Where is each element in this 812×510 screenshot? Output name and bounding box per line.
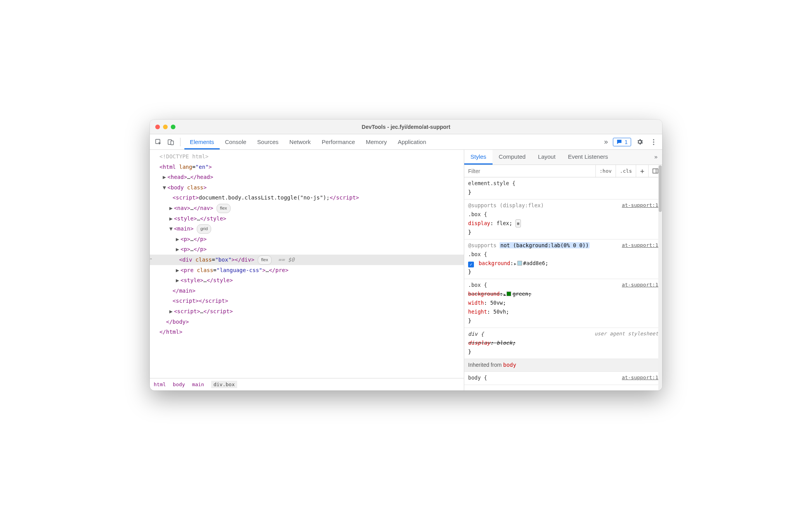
dom-line[interactable]: <!DOCTYPE html> <box>150 151 464 162</box>
new-rule-button[interactable]: + <box>636 165 648 177</box>
breadcrumb-item[interactable]: html <box>154 382 166 387</box>
titlebar: DevTools - jec.fyi/demo/at-support <box>150 120 662 134</box>
breadcrumb: htmlbodymaindiv.box <box>150 378 464 390</box>
dom-line[interactable]: ▶<script>…</script> <box>150 306 464 317</box>
styles-tab-styles[interactable]: Styles <box>464 150 493 165</box>
styles-panel: StylesComputedLayoutEvent Listeners» :ho… <box>464 150 662 390</box>
css-rule[interactable]: at-support:1body { <box>464 372 662 385</box>
device-toggle-icon[interactable] <box>165 137 176 147</box>
issues-icon <box>616 139 622 145</box>
rule-source-link[interactable]: at-support:1 <box>622 281 658 289</box>
dom-line[interactable]: <div class="box"></div> flex == $0 <box>150 255 464 265</box>
dom-line[interactable]: </main> <box>150 286 464 296</box>
styles-tab-layout[interactable]: Layout <box>532 150 562 165</box>
dom-line[interactable]: ▶<pre class="language-css">…</pre> <box>150 265 464 276</box>
dom-line[interactable]: </body> <box>150 317 464 327</box>
devtools-window: DevTools - jec.fyi/demo/at-support Eleme… <box>150 120 662 390</box>
cls-toggle[interactable]: .cls <box>616 165 636 177</box>
dom-line[interactable]: ▶<style>…</style> <box>150 275 464 286</box>
styles-filter-input[interactable] <box>464 168 595 174</box>
svg-point-5 <box>653 144 654 145</box>
issues-badge[interactable]: 1 <box>613 138 631 146</box>
rule-source-link[interactable]: at-support:1 <box>622 241 658 250</box>
css-rule[interactable]: at-support:1@supports not (background:la… <box>464 239 662 279</box>
styles-filter-bar: :hov .cls + <box>464 165 662 177</box>
svg-point-4 <box>653 141 654 142</box>
styles-tab-event-listeners[interactable]: Event Listeners <box>562 150 614 165</box>
dom-line[interactable]: ▶<nav>…</nav> flex <box>150 203 464 213</box>
separator <box>180 138 180 146</box>
content-area: <!DOCTYPE html> <html lang="en"> ▶<head>… <box>150 150 662 390</box>
panel-tabs: ElementsConsoleSourcesNetworkPerformance… <box>184 135 599 149</box>
main-toolbar: ElementsConsoleSourcesNetworkPerformance… <box>150 134 662 150</box>
svg-point-3 <box>653 139 654 140</box>
dom-line[interactable]: ▶<p>…</p> <box>150 234 464 245</box>
svg-rect-2 <box>171 141 174 145</box>
dom-line[interactable]: ▶<head>…</head> <box>150 172 464 182</box>
window-title: DevTools - jec.fyi/demo/at-support <box>150 124 662 130</box>
css-rule[interactable]: at-support:1@supports (display:flex).box… <box>464 199 662 239</box>
styles-rules[interactable]: element.style {}at-support:1@supports (d… <box>464 177 662 390</box>
elements-panel: <!DOCTYPE html> <html lang="en"> ▶<head>… <box>150 150 464 390</box>
dom-tree[interactable]: <!DOCTYPE html> <html lang="en"> ▶<head>… <box>150 150 464 378</box>
inspect-icon[interactable] <box>153 137 164 147</box>
css-rule[interactable]: user agent stylesheetdiv { display: bloc… <box>464 328 662 359</box>
tab-console[interactable]: Console <box>220 135 252 149</box>
styles-tabs: StylesComputedLayoutEvent Listeners» <box>464 150 662 165</box>
gear-icon[interactable] <box>634 137 645 147</box>
rule-source-link[interactable]: at-support:1 <box>622 373 658 382</box>
dom-line[interactable]: ▼<body class> <box>150 182 464 193</box>
breadcrumb-item[interactable]: main <box>192 382 204 387</box>
dom-line[interactable]: ▶<p>…</p> <box>150 244 464 255</box>
hov-toggle[interactable]: :hov <box>595 165 616 177</box>
css-rule[interactable]: element.style {} <box>464 177 662 199</box>
issues-count: 1 <box>625 139 628 145</box>
scrollbar-thumb[interactable] <box>659 165 662 212</box>
more-tabs-icon[interactable]: » <box>600 137 611 147</box>
tab-sources[interactable]: Sources <box>252 135 284 149</box>
dom-line[interactable]: <script>document.body.classList.toggle("… <box>150 193 464 203</box>
styles-tab-computed[interactable]: Computed <box>493 150 532 165</box>
tab-memory[interactable]: Memory <box>361 135 392 149</box>
tab-performance[interactable]: Performance <box>316 135 361 149</box>
scrollbar[interactable] <box>658 165 662 390</box>
dom-line[interactable]: ▶<style>…</style> <box>150 213 464 224</box>
tab-application[interactable]: Application <box>392 135 432 149</box>
more-styles-tabs-icon[interactable]: » <box>650 150 662 165</box>
tab-elements[interactable]: Elements <box>184 135 220 149</box>
inherited-from-bar: Inherited from body <box>464 359 662 372</box>
kebab-menu-icon[interactable] <box>648 137 659 147</box>
dom-line[interactable]: <html lang="en"> <box>150 162 464 172</box>
rule-source-link[interactable]: user agent stylesheet <box>595 330 658 338</box>
css-rule[interactable]: at-support:1.box { background:▶green; wi… <box>464 279 662 328</box>
svg-rect-6 <box>653 169 658 173</box>
breadcrumb-item[interactable]: div.box <box>211 381 237 388</box>
tab-network[interactable]: Network <box>284 135 316 149</box>
dom-line[interactable]: </html> <box>150 327 464 337</box>
breadcrumb-item[interactable]: body <box>173 382 185 387</box>
rule-source-link[interactable]: at-support:1 <box>622 201 658 210</box>
dom-line[interactable]: ▼<main> grid <box>150 224 464 234</box>
dom-line[interactable]: <script></script> <box>150 296 464 306</box>
